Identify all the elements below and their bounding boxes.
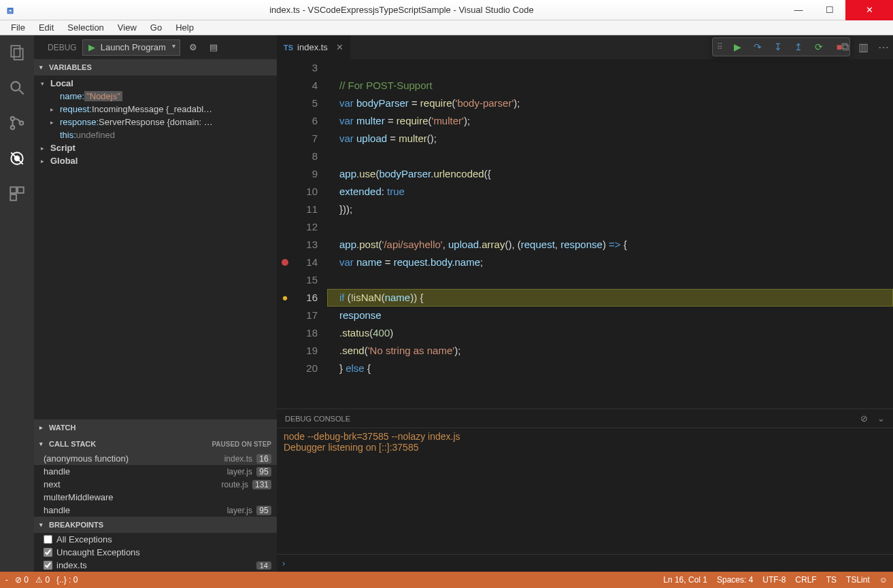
menubar: File Edit Selection View Go Help <box>0 20 893 35</box>
search-icon[interactable] <box>7 77 27 98</box>
status-errors[interactable]: ⊘ 0 <box>15 575 29 585</box>
breakpoint-checkbox[interactable] <box>44 548 52 557</box>
watch-section-header[interactable]: ▸WATCH <box>34 419 277 436</box>
callstack-frame[interactable]: multerMiddleware <box>34 491 277 504</box>
code-line[interactable]: 4// For POST-Support <box>277 77 893 94</box>
menu-selection[interactable]: Selection <box>61 22 110 33</box>
status-encoding[interactable]: UTF-8 <box>762 575 786 585</box>
code-line[interactable]: 19 .send('No string as name'); <box>277 342 893 360</box>
breakpoint-checkbox[interactable] <box>44 561 52 570</box>
continue-button[interactable]: ▶ <box>727 37 747 56</box>
tab-bar: TS index.ts ✕ ⠿ ▶ ↷ ↧ ↥ ⟳ ■ ⧉ ▥ ⋯ <box>277 35 893 59</box>
callstack-section-header[interactable]: ▾CALL STACKPAUSED ON STEP <box>34 436 277 452</box>
svg-point-4 <box>11 117 14 120</box>
grip-icon[interactable]: ⠿ <box>713 42 727 52</box>
step-into-button[interactable]: ↧ <box>768 37 788 56</box>
menu-edit[interactable]: Edit <box>32 22 61 33</box>
variables-label: VARIABLES <box>49 63 92 71</box>
step-out-button[interactable]: ↥ <box>788 37 809 56</box>
window-titlebar: ⧈ index.ts - VSCodeExpressjsTypeScriptSa… <box>0 0 893 20</box>
callstack-frame[interactable]: (anonymous function)index.ts16 <box>34 452 277 465</box>
code-line[interactable]: 7var upload = multer(); <box>277 130 893 148</box>
code-line[interactable]: 15 <box>277 271 893 289</box>
split-right-icon[interactable]: ⧉ <box>841 41 849 54</box>
menu-file[interactable]: File <box>4 22 32 33</box>
callstack-frame[interactable]: nextroute.js131 <box>34 478 277 491</box>
breakpoints-section-header[interactable]: ▾BREAKPOINTS <box>34 517 277 533</box>
clear-console-icon[interactable]: ⊘ <box>860 413 868 423</box>
step-over-button[interactable]: ↷ <box>747 37 768 56</box>
status-eol[interactable]: CRLF <box>795 575 816 585</box>
variable-row[interactable]: this: undefined <box>34 128 277 141</box>
code-line[interactable]: ●16 if (!isNaN(name)) { <box>277 289 893 307</box>
breakpoint-checkbox[interactable] <box>44 535 52 544</box>
code-line[interactable]: 20 } else { <box>277 360 893 377</box>
more-icon[interactable]: ⋯ <box>878 41 889 54</box>
svg-point-9 <box>15 156 20 161</box>
svg-rect-1 <box>14 49 23 60</box>
vs-icon: ⧈ <box>0 0 20 20</box>
start-debug-icon[interactable]: ▶ <box>86 42 98 52</box>
variable-row[interactable]: ▸request: IncomingMessage {_readabl… <box>34 103 277 116</box>
variables-section-header[interactable]: ▾VARIABLES <box>34 59 277 75</box>
status-braces[interactable]: {..} : 0 <box>56 575 78 585</box>
status-bar: - ⊘ 0 ⚠ 0 {..} : 0 Ln 16, Col 1 Spaces: … <box>0 572 893 588</box>
debug-toolbar[interactable]: ⠿ ▶ ↷ ↧ ↥ ⟳ ■ <box>712 37 850 56</box>
svg-rect-10 <box>10 187 16 193</box>
debug-sidepanel: DEBUG ▶ Launch Program ⚙ ▤ ▾VARIABLES ▾L… <box>34 35 277 572</box>
callstack-frame[interactable]: handlelayer.js95 <box>34 504 277 517</box>
code-line[interactable]: 11})); <box>277 201 893 218</box>
code-line[interactable]: 12 <box>277 218 893 236</box>
breakpoint-row[interactable]: Uncaught Exceptions <box>34 546 277 559</box>
debug-console-panel: DEBUG CONSOLE ⊘ ⌄ node --debug-brk=37585… <box>277 409 893 572</box>
code-line[interactable]: 18 .status(400) <box>277 324 893 342</box>
svg-point-2 <box>11 82 20 90</box>
code-line[interactable]: 3 <box>277 59 893 77</box>
code-editor[interactable]: 34// For POST-Support5var bodyParser = r… <box>277 59 893 409</box>
menu-view[interactable]: View <box>111 22 144 33</box>
tab-index-ts[interactable]: TS index.ts ✕ <box>277 35 350 59</box>
breakpoint-row[interactable]: index.ts14 <box>34 559 277 572</box>
debug-console-input[interactable]: › <box>277 554 893 572</box>
menu-go[interactable]: Go <box>144 22 169 33</box>
status-lint[interactable]: TSLint <box>846 575 870 585</box>
extensions-icon[interactable] <box>7 184 27 204</box>
launch-config-name[interactable]: Launch Program <box>98 42 178 52</box>
code-line[interactable]: 10 extended: true <box>277 183 893 201</box>
status-spaces[interactable]: Spaces: 4 <box>717 575 753 585</box>
chevron-down-icon[interactable]: ⌄ <box>877 413 885 423</box>
maximize-button[interactable]: ☐ <box>814 0 845 20</box>
code-line[interactable]: 8 <box>277 148 893 165</box>
code-line[interactable]: 17 response <box>277 307 893 324</box>
scope-global[interactable]: ▸Global <box>34 154 277 167</box>
status-warnings[interactable]: ⚠ 0 <box>35 575 50 585</box>
gear-icon[interactable]: ⚙ <box>186 42 201 52</box>
code-line[interactable]: 5var bodyParser = require('body-parser')… <box>277 94 893 112</box>
status-start[interactable]: - <box>5 575 8 585</box>
variable-row[interactable]: ▸response: ServerResponse {domain: … <box>34 116 277 128</box>
scm-icon[interactable] <box>7 113 27 133</box>
explorer-icon[interactable] <box>7 42 27 63</box>
feedback-icon[interactable]: ☺ <box>879 575 888 585</box>
close-icon[interactable]: ✕ <box>336 42 343 52</box>
code-line[interactable]: 13app.post('/api/sayhello', upload.array… <box>277 236 893 254</box>
callstack-frame[interactable]: handlelayer.js95 <box>34 465 277 478</box>
status-lang[interactable]: TS <box>826 575 837 585</box>
close-button[interactable]: ✕ <box>845 0 893 20</box>
debug-icon[interactable] <box>7 148 27 169</box>
code-line[interactable]: 9app.use(bodyParser.urlencoded({ <box>277 165 893 183</box>
minimize-button[interactable]: — <box>783 0 814 20</box>
code-line[interactable]: 14 var name = request.body.name; <box>277 254 893 271</box>
scope-script[interactable]: ▸Script <box>34 141 277 154</box>
status-position[interactable]: Ln 16, Col 1 <box>663 575 707 585</box>
split-editor-icon[interactable]: ▥ <box>858 41 869 54</box>
scope-local[interactable]: ▾Local <box>34 77 277 90</box>
breakpoint-row[interactable]: All Exceptions <box>34 533 277 546</box>
variables-body: ▾Local name: "Nodejs"▸request: IncomingM… <box>34 75 277 169</box>
variable-row[interactable]: name: "Nodejs" <box>34 90 277 103</box>
launch-config-selector[interactable]: ▶ Launch Program <box>82 39 180 56</box>
menu-help[interactable]: Help <box>169 22 201 33</box>
code-line[interactable]: 6var multer = require('multer'); <box>277 112 893 130</box>
console-icon[interactable]: ▤ <box>206 42 221 52</box>
restart-button[interactable]: ⟳ <box>809 37 829 56</box>
